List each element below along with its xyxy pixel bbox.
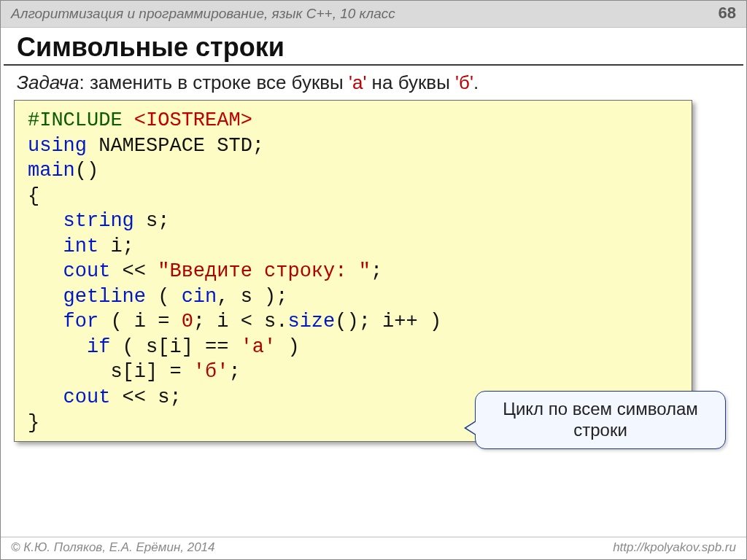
code-iostream: <IOSTREAM> (134, 109, 252, 131)
code-if-2: ) (276, 336, 299, 358)
task-label: Задача (17, 71, 79, 93)
code-getline-open: ( (146, 286, 182, 308)
code-semi-2: ; (371, 260, 382, 282)
code-if: if (28, 336, 110, 358)
code-s-decl: s; (134, 210, 170, 232)
code-semi-3: ; (228, 361, 240, 383)
code-i-decl: i; (98, 236, 134, 257)
footer-url: http://kpolyakov.spb.ru (613, 540, 736, 555)
code-main-parens: () (75, 160, 98, 182)
code-for-2: ; i < s. (193, 311, 288, 332)
code-cout2: cout (28, 386, 110, 408)
code-getline: getline (28, 286, 146, 308)
callout-bubble: Цикл по всем символам строки (475, 391, 726, 449)
code-close-brace: } (28, 412, 39, 434)
code-cout2-tail: << s; (110, 386, 181, 408)
code-listing: #INCLUDE <IOSTREAM> using NAMESPACE STD;… (28, 108, 678, 435)
task-char2: 'б' (455, 71, 473, 93)
code-cout1-op: << (110, 260, 158, 282)
code-cin: cin (182, 286, 217, 308)
code-int-kw: int (28, 236, 98, 257)
code-char-b: 'б' (193, 361, 229, 383)
code-for-3: (); i++ ) (335, 311, 441, 332)
task-statement: Задача: заменить в строке все буквы 'а' … (1, 70, 746, 100)
code-namespace: NAMESPACE STD (87, 135, 252, 157)
code-include: #INCLUDE (28, 109, 134, 131)
task-char1: 'а' (349, 71, 366, 93)
code-char-a: 'а' (241, 336, 276, 358)
page-number: 68 (719, 4, 736, 23)
code-using: using (28, 135, 87, 157)
code-assign-1: s[i] = (28, 361, 193, 383)
code-open-brace: { (28, 185, 39, 207)
code-for: for (28, 311, 98, 332)
copyright: © К.Ю. Поляков, Е.А. Ерёмин, 2014 (11, 540, 215, 555)
task-text-1: : заменить в строке все буквы (79, 71, 349, 93)
code-size: size (287, 311, 335, 332)
slide: Алгоритмизация и программирование, язык … (0, 0, 747, 560)
code-semi-1: ; (252, 135, 264, 157)
code-getline-close: , s ); (217, 286, 287, 308)
course-name: Алгоритмизация и программирование, язык … (11, 6, 395, 22)
code-main: main (28, 160, 75, 182)
code-cout1: cout (28, 260, 110, 282)
task-text-2: на буквы (366, 71, 455, 93)
footer-bar: © К.Ю. Поляков, Е.А. Ерёмин, 2014 http:/… (1, 537, 746, 559)
code-string-kw: string (28, 210, 134, 232)
slide-title: Символьные строки (4, 28, 743, 66)
header-bar: Алгоритмизация и программирование, язык … (1, 1, 746, 28)
code-zero: 0 (182, 311, 193, 332)
code-string-lit: "Введите строку: " (158, 260, 371, 282)
task-text-3: . (473, 71, 479, 93)
code-if-1: ( s[i] == (110, 336, 240, 358)
code-for-1: ( i = (98, 311, 181, 332)
